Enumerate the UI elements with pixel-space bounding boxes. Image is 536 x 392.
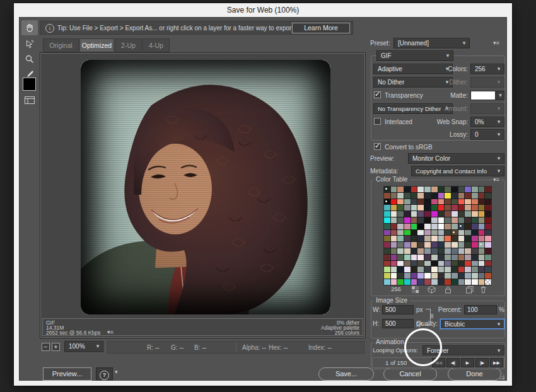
color-swatch[interactable]: [485, 261, 491, 267]
color-swatch[interactable]: [485, 242, 491, 248]
color-swatch[interactable]: [404, 224, 411, 229]
color-swatch[interactable]: [479, 224, 485, 229]
quality-select[interactable]: Bicubic: [440, 319, 504, 329]
color-swatch[interactable]: [485, 255, 491, 260]
color-swatch[interactable]: [458, 224, 465, 229]
color-swatch[interactable]: [465, 279, 471, 285]
color-swatch[interactable]: [384, 242, 390, 248]
color-swatch[interactable]: [384, 248, 390, 254]
zoom-tool[interactable]: [21, 52, 38, 67]
color-swatch[interactable]: [465, 224, 471, 229]
learn-more-button[interactable]: Learn More: [292, 23, 350, 33]
color-swatch[interactable]: [391, 217, 397, 223]
color-swatch[interactable]: [438, 248, 445, 254]
color-swatch[interactable]: [465, 261, 471, 267]
color-swatch[interactable]: [452, 224, 458, 229]
color-swatch[interactable]: [424, 230, 431, 236]
convert-srgb-checkbox[interactable]: [374, 143, 381, 150]
matte-select-chevron[interactable]: ▾: [496, 91, 504, 100]
color-swatch[interactable]: [472, 236, 478, 241]
color-swatch[interactable]: [452, 261, 458, 267]
color-swatch[interactable]: [485, 217, 491, 223]
toggle-slices-visibility-button[interactable]: [21, 94, 38, 107]
web-snap-select[interactable]: 0%: [470, 117, 504, 127]
color-swatch[interactable]: [465, 199, 471, 205]
color-swatch[interactable]: [417, 217, 424, 223]
color-swatch[interactable]: [384, 199, 390, 205]
color-swatch[interactable]: [445, 248, 451, 254]
color-swatch[interactable]: [431, 236, 438, 241]
color-swatch[interactable]: [472, 261, 478, 267]
color-swatch[interactable]: [472, 199, 478, 205]
color-swatch[interactable]: [485, 279, 491, 285]
color-swatch[interactable]: [411, 187, 417, 192]
color-swatch[interactable]: [479, 211, 485, 217]
color-swatch[interactable]: [397, 217, 404, 223]
color-swatch[interactable]: [384, 193, 390, 199]
color-swatch[interactable]: [384, 261, 390, 267]
color-swatch[interactable]: [479, 187, 485, 192]
color-swatch[interactable]: [445, 242, 451, 248]
color-swatch[interactable]: [458, 187, 465, 192]
color-swatch[interactable]: [431, 224, 438, 229]
dialog-titlebar[interactable]: Save for Web (100%): [14, 3, 512, 17]
color-swatch[interactable]: [384, 230, 390, 236]
color-swatch[interactable]: [472, 230, 478, 236]
color-swatch[interactable]: [411, 193, 417, 199]
color-swatch[interactable]: [472, 248, 478, 254]
color-swatch[interactable]: [391, 261, 397, 267]
delete-color-icon[interactable]: [479, 285, 487, 294]
color-swatch[interactable]: [445, 205, 451, 210]
color-swatch[interactable]: [485, 199, 491, 205]
color-swatch[interactable]: [445, 236, 451, 241]
color-swatch[interactable]: [472, 205, 478, 210]
color-swatch[interactable]: [485, 273, 491, 279]
color-swatch[interactable]: [485, 205, 491, 210]
format-select[interactable]: GIF: [376, 50, 453, 61]
color-swatch[interactable]: [424, 199, 431, 205]
color-swatch[interactable]: [384, 236, 390, 241]
color-swatch[interactable]: [391, 199, 397, 205]
color-swatch[interactable]: [397, 267, 404, 272]
color-swatch[interactable]: [424, 211, 431, 217]
color-swatch[interactable]: [458, 193, 465, 199]
color-swatch[interactable]: [479, 217, 485, 223]
color-swatch[interactable]: [404, 230, 411, 236]
color-swatch[interactable]: [431, 279, 438, 285]
color-swatch[interactable]: [445, 255, 451, 260]
color-swatch[interactable]: [411, 224, 417, 229]
color-swatch[interactable]: [411, 261, 417, 267]
color-swatch[interactable]: [479, 248, 485, 254]
zoom-out-button[interactable]: −: [42, 343, 50, 351]
color-swatch[interactable]: [391, 193, 397, 199]
color-swatch[interactable]: [424, 236, 431, 241]
color-swatch[interactable]: [397, 205, 404, 210]
tab-4up[interactable]: 4-Up: [143, 38, 170, 52]
color-swatch[interactable]: [465, 193, 471, 199]
color-swatch[interactable]: [431, 211, 438, 217]
color-swatch[interactable]: [438, 224, 445, 229]
preview-image[interactable]: [81, 60, 330, 314]
preset-panel-menu-icon[interactable]: [493, 40, 499, 46]
color-swatch[interactable]: [411, 248, 417, 254]
color-swatch[interactable]: [465, 242, 471, 248]
color-swatch[interactable]: [391, 211, 397, 217]
color-swatch[interactable]: [458, 279, 465, 285]
color-swatch[interactable]: [411, 273, 417, 279]
color-swatch[interactable]: [411, 205, 417, 210]
color-swatch[interactable]: [391, 224, 397, 229]
dither-swatch-icon[interactable]: [411, 285, 419, 294]
color-swatch[interactable]: [445, 230, 451, 236]
color-swatch[interactable]: [472, 242, 478, 248]
color-swatch[interactable]: [424, 261, 431, 267]
color-swatch[interactable]: [485, 211, 491, 217]
color-swatch[interactable]: [431, 255, 438, 260]
color-swatch[interactable]: [452, 230, 458, 236]
color-swatch[interactable]: [397, 230, 404, 236]
color-swatch[interactable]: [472, 273, 478, 279]
color-table-menu-icon[interactable]: [492, 176, 501, 183]
color-swatch[interactable]: [411, 211, 417, 217]
color-swatch[interactable]: [424, 187, 431, 192]
color-swatch[interactable]: [438, 242, 445, 248]
color-swatch[interactable]: [417, 261, 424, 267]
